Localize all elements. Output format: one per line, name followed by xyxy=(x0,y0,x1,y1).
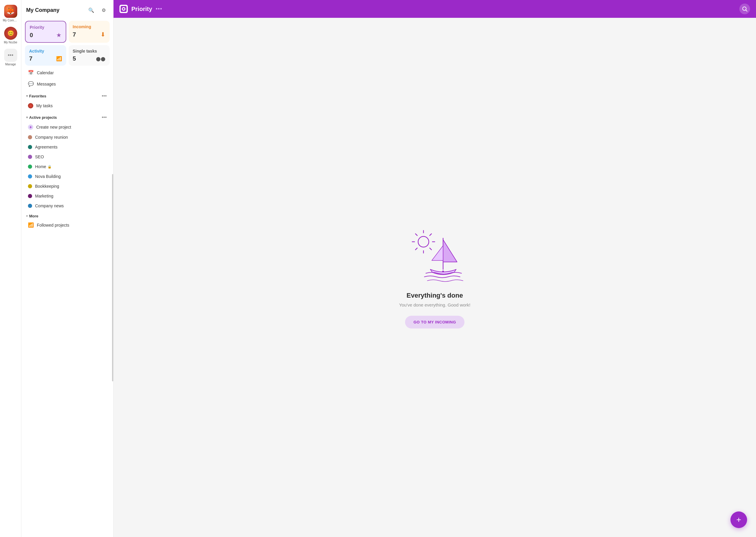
tile-priority-name: Priority xyxy=(30,25,62,30)
project-name-company-reunion: Company reunion xyxy=(35,135,68,140)
tile-priority-bottom: 0 ★ xyxy=(30,31,62,39)
project-company-news[interactable]: Company news xyxy=(23,201,111,211)
tile-priority-count: 0 xyxy=(30,32,33,39)
tile-priority[interactable]: Priority 0 ★ xyxy=(25,21,66,43)
empty-state: Everything's done You've done everything… xyxy=(113,18,756,537)
top-bar-left: Priority ••• xyxy=(119,5,162,13)
messages-icon: 💬 xyxy=(28,81,34,87)
sailboat-illustration xyxy=(402,226,467,286)
tile-incoming[interactable]: Incoming 7 ⬇ xyxy=(68,21,110,43)
project-dot-bookkeeping xyxy=(28,184,32,188)
nav-calendar[interactable]: 📅 Calendar xyxy=(23,67,111,78)
sidebar-scroll[interactable]: Priority 0 ★ Incoming 7 ⬇ Activity 7 📶 xyxy=(22,19,113,537)
tile-activity-icon: 📶 xyxy=(56,56,62,62)
project-name-seo: SEO xyxy=(35,154,44,159)
project-dot-nova xyxy=(28,174,32,179)
manage-icon-item[interactable]: ••• Manage xyxy=(2,47,20,68)
nozbe-icon-item[interactable]: 😊 My Nozbe xyxy=(2,25,20,46)
active-projects-section-header: ▾ Active projects ••• xyxy=(22,111,113,122)
project-name-company-news: Company news xyxy=(35,203,64,208)
followed-projects-icon: 📶 xyxy=(28,222,34,228)
followed-projects-label: Followed projects xyxy=(37,223,69,227)
top-bar: Priority ••• xyxy=(113,0,756,18)
top-bar-logo xyxy=(119,5,128,13)
calendar-icon: 📅 xyxy=(28,70,34,75)
tile-priority-icon: ★ xyxy=(56,31,62,39)
sidebar-header: My Company 🔍 ⚙ xyxy=(22,0,113,19)
company-icon-item[interactable]: 🦊 My Company xyxy=(2,3,20,24)
project-company-reunion[interactable]: Company reunion xyxy=(23,133,111,142)
company-avatar: 🦊 xyxy=(4,5,17,18)
project-dot-agreements xyxy=(28,145,32,149)
project-agreements[interactable]: Agreements xyxy=(23,142,111,152)
favorites-title: ▾ Favorites xyxy=(26,94,46,98)
favorites-my-tasks[interactable]: My tasks xyxy=(23,101,111,111)
top-bar-logo-inner xyxy=(121,6,127,12)
project-name-bookkeeping: Bookkeeping xyxy=(35,184,59,188)
create-project-label: Create new project xyxy=(36,125,71,130)
empty-subtitle: You've done everything. Good work! xyxy=(399,302,470,308)
sidebar-settings-button[interactable]: ⚙ xyxy=(99,5,109,15)
project-home[interactable]: Home 🔒 xyxy=(23,162,111,171)
svg-line-1 xyxy=(746,10,747,11)
sidebar-header-icons: 🔍 ⚙ xyxy=(86,5,109,15)
top-bar-logo-dot xyxy=(123,8,124,10)
nav-messages[interactable]: 💬 Messages xyxy=(23,78,111,89)
manage-label: Manage xyxy=(3,63,19,66)
top-bar-right xyxy=(739,4,750,14)
project-name-home: Home 🔒 xyxy=(35,164,52,169)
main-content: Priority ••• xyxy=(113,0,756,537)
top-bar-title: Priority xyxy=(131,6,152,13)
manage-icon: ••• xyxy=(4,49,17,62)
tile-activity-name: Activity xyxy=(29,49,62,54)
tile-activity[interactable]: Activity 7 📶 xyxy=(25,45,66,66)
project-dot-marketing xyxy=(28,194,32,198)
svg-line-7 xyxy=(416,234,417,235)
project-nova-building[interactable]: Nova Building xyxy=(23,172,111,181)
calendar-label: Calendar xyxy=(37,70,54,75)
project-dot-company-news xyxy=(28,204,32,208)
svg-line-10 xyxy=(416,248,417,250)
messages-label: Messages xyxy=(37,82,56,86)
followed-projects-item[interactable]: 📶 Followed projects xyxy=(23,220,111,230)
project-dot-company-reunion xyxy=(28,135,32,139)
search-icon xyxy=(742,6,747,12)
scrollbar[interactable] xyxy=(112,174,113,381)
project-seo[interactable]: SEO xyxy=(23,152,111,162)
fab-add-button[interactable]: + xyxy=(731,512,747,528)
more-label: More xyxy=(29,214,38,218)
go-to-incoming-button[interactable]: GO TO MY INCOMING xyxy=(405,316,464,328)
tile-single-count: 5 xyxy=(73,55,76,62)
svg-point-0 xyxy=(743,7,746,10)
sidebar-search-button[interactable]: 🔍 xyxy=(86,5,96,15)
svg-line-9 xyxy=(430,234,431,235)
project-name-agreements: Agreements xyxy=(35,145,57,149)
project-bookkeeping[interactable]: Bookkeeping xyxy=(23,182,111,191)
project-name-marketing: Marketing xyxy=(35,194,53,198)
create-new-project[interactable]: + Create new project xyxy=(23,122,111,132)
empty-title: Everything's done xyxy=(407,292,463,299)
home-lock-icon: 🔒 xyxy=(48,165,52,169)
nozbe-label: My Nozbe xyxy=(3,41,19,44)
active-projects-title: ▾ Active projects xyxy=(26,115,57,120)
create-project-icon: + xyxy=(28,124,33,130)
active-projects-more-button[interactable]: ••• xyxy=(100,114,109,121)
favorites-more-button[interactable]: ••• xyxy=(100,93,109,99)
project-name-nova: Nova Building xyxy=(35,174,61,179)
more-section-header[interactable]: ▾ More xyxy=(22,211,113,220)
favorites-chevron-icon: ▾ xyxy=(26,94,28,98)
project-dot-seo xyxy=(28,155,32,159)
svg-point-2 xyxy=(418,236,429,247)
top-bar-more-button[interactable]: ••• xyxy=(156,6,162,12)
project-marketing[interactable]: Marketing xyxy=(23,191,111,201)
tile-incoming-icon: ⬇ xyxy=(101,31,106,38)
favorites-section-header: ▾ Favorites ••• xyxy=(22,90,113,101)
tiles-grid: Priority 0 ★ Incoming 7 ⬇ Activity 7 📶 xyxy=(22,19,113,67)
more-chevron-icon: ▾ xyxy=(26,214,28,218)
icon-bar: 🦊 My Company 😊 My Nozbe ••• Manage xyxy=(0,0,22,537)
top-bar-search-button[interactable] xyxy=(739,4,750,14)
svg-point-12 xyxy=(442,270,444,272)
tile-single[interactable]: Single tasks 5 ⬤⬤ xyxy=(68,45,110,66)
svg-line-8 xyxy=(430,248,431,250)
tile-single-bottom: 5 ⬤⬤ xyxy=(73,55,106,62)
